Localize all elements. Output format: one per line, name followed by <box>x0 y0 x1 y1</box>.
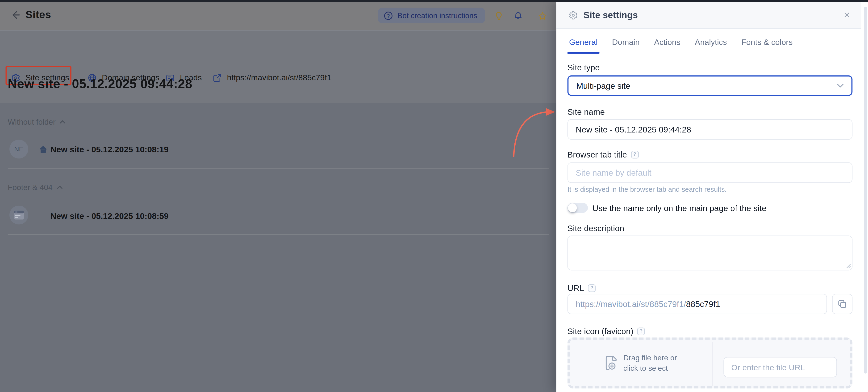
chevron-up-icon <box>57 186 63 189</box>
label-text: Browser tab title <box>567 150 627 159</box>
group-name: Footer & 404 <box>8 183 53 192</box>
site-name-field[interactable] <box>567 119 852 140</box>
site-type-select[interactable]: Multi-page site <box>567 75 852 96</box>
tab-analytics[interactable]: Analytics <box>693 36 728 54</box>
browser-tab-title-input[interactable] <box>576 168 844 177</box>
svg-text:?: ? <box>387 13 390 19</box>
browser-window-icon <box>13 210 24 220</box>
site-name-label: Site name <box>567 107 605 116</box>
dropzone-divider <box>713 342 713 386</box>
drop-instructions: Drag file here or click to select <box>623 353 677 373</box>
browser-tab-title-label: Browser tab title ? <box>567 150 639 159</box>
chevron-up-icon <box>60 120 65 123</box>
favicon-url-field[interactable] <box>723 357 837 377</box>
tab-general[interactable]: General <box>567 36 599 54</box>
browser-top-edge <box>0 0 868 2</box>
tab-fonts-colors[interactable]: Fonts & colors <box>740 36 795 54</box>
site-list-item[interactable] <box>9 206 28 225</box>
sites-page-dimmed: Sites ? Bot creation instructions <box>0 2 556 392</box>
toggle-label: Use the name only on the main page of th… <box>592 203 766 213</box>
sites-list-area: Without folder NE New site - 05.12.2025 … <box>0 103 556 392</box>
site-description-textarea[interactable] <box>567 235 852 271</box>
site-type-label: Site type <box>567 63 600 72</box>
app-root: Sites ? Bot creation instructions <box>0 0 868 392</box>
drop-line1: Drag file here or <box>623 354 677 362</box>
panel-title: Site settings <box>584 10 638 21</box>
panel-scrollbar-thumb[interactable] <box>864 7 867 373</box>
favicon-url-input[interactable] <box>731 363 829 372</box>
bell-icon[interactable] <box>513 11 523 21</box>
favicon-drop-target[interactable]: Drag file here or click to select <box>569 340 713 386</box>
gear-icon <box>568 10 578 20</box>
site-description-label: Site description <box>567 223 624 233</box>
divider <box>8 168 549 169</box>
page-breadcrumb-title: Sites <box>26 9 51 21</box>
browser-tab-title-field[interactable] <box>567 163 852 183</box>
bot-button-label: Bot creation instructions <box>398 11 477 20</box>
label-text: Site icon (favicon) <box>567 326 633 336</box>
external-link-icon <box>213 73 222 82</box>
help-tooltip-icon[interactable]: ? <box>631 150 639 158</box>
chevron-down-icon <box>837 84 844 87</box>
avatar-initials: NE <box>14 145 23 153</box>
drop-line2: click to select <box>623 364 668 372</box>
label-text: URL <box>567 283 584 292</box>
site-type-value: Multi-page site <box>576 81 630 90</box>
browser-tab-title-helper: It is displayed in the browser tab and s… <box>567 186 727 193</box>
bot-creation-instructions-button[interactable]: ? Bot creation instructions <box>378 8 485 23</box>
home-icon <box>39 146 47 153</box>
star-icon[interactable] <box>537 11 548 21</box>
question-circle-icon: ? <box>383 11 393 20</box>
back-arrow-icon[interactable] <box>10 9 21 23</box>
group-name: Without folder <box>8 118 56 127</box>
toggle-knob <box>568 203 577 212</box>
favicon-dropzone: Drag file here or click to select <box>567 337 852 389</box>
copy-icon <box>838 300 846 308</box>
site-avatar-thumbnail <box>9 206 28 225</box>
url-editable-part[interactable]: 885c79f1 <box>686 299 720 309</box>
site-name-input[interactable] <box>576 125 844 134</box>
site-list-item[interactable]: NE <box>9 140 28 159</box>
site-subheader: Site settings Domain settings Leads <box>0 30 556 103</box>
nav-item-open-site-url[interactable]: https://mavibot.ai/st/885c79f1 <box>213 71 331 84</box>
url-field[interactable]: https://mavibot.ai/st/885c79f1/885c79f1 <box>567 294 827 314</box>
site-url-text: https://mavibot.ai/st/885c79f1 <box>227 73 331 82</box>
resize-handle-icon[interactable] <box>845 262 851 268</box>
site-item-label[interactable]: New site - 05.12.2025 10:08:59 <box>51 211 168 221</box>
lightbulb-icon[interactable] <box>494 11 503 21</box>
url-prefix: https://mavibot.ai/st/885c79f1/ <box>576 299 686 309</box>
group-header-without-folder[interactable]: Without folder <box>8 118 66 127</box>
copy-url-button[interactable] <box>832 294 852 314</box>
page-title: New site - 05.12.2025 09:44:28 <box>8 77 192 91</box>
panel-header: Site settings <box>556 2 861 29</box>
group-header-footer-404[interactable]: Footer & 404 <box>8 183 63 192</box>
close-icon[interactable]: ✕ <box>842 10 852 21</box>
site-avatar: NE <box>9 140 28 159</box>
divider <box>8 234 549 235</box>
url-label: URL ? <box>567 283 596 292</box>
main-page-name-toggle[interactable] <box>567 203 588 213</box>
tab-domain[interactable]: Domain <box>611 36 641 54</box>
help-tooltip-icon[interactable]: ? <box>588 284 596 292</box>
panel-tabs: General Domain Actions Analytics Fonts &… <box>567 36 795 54</box>
file-plus-icon <box>605 355 617 371</box>
top-toolbar: Sites ? Bot creation instructions <box>0 2 556 30</box>
tab-actions[interactable]: Actions <box>652 36 682 54</box>
site-settings-panel: Site settings ✕ General Domain Actions A… <box>556 2 868 392</box>
help-tooltip-icon[interactable]: ? <box>637 327 645 335</box>
favicon-label: Site icon (favicon) ? <box>567 326 645 336</box>
site-item-label[interactable]: New site - 05.12.2025 10:08:19 <box>51 145 168 154</box>
